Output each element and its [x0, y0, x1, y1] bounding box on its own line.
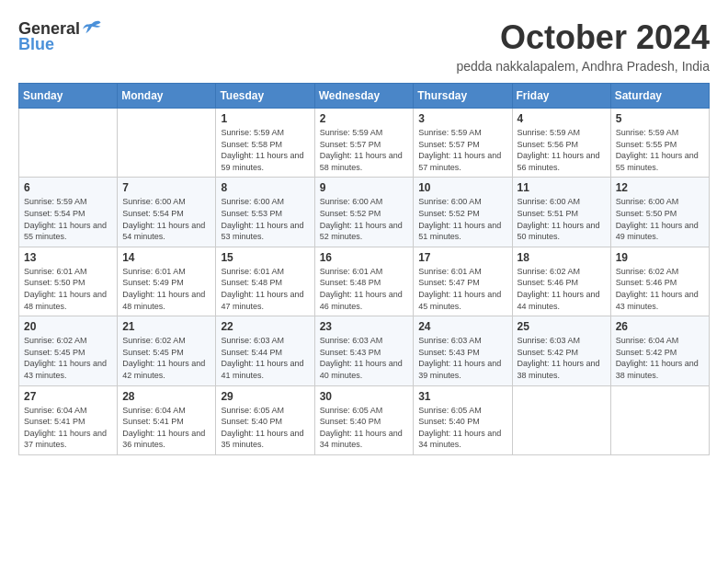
calendar-cell: 3Sunrise: 5:59 AM Sunset: 5:57 PM Daylig…	[414, 109, 512, 178]
calendar-cell: 10Sunrise: 6:00 AM Sunset: 5:52 PM Dayli…	[414, 178, 512, 247]
day-info: Sunrise: 6:01 AM Sunset: 5:47 PM Dayligh…	[418, 266, 506, 312]
day-info: Sunrise: 6:01 AM Sunset: 5:48 PM Dayligh…	[221, 266, 309, 312]
day-info: Sunrise: 6:03 AM Sunset: 5:43 PM Dayligh…	[320, 335, 409, 381]
logo-bird-icon	[82, 18, 102, 39]
day-info: Sunrise: 6:02 AM Sunset: 5:45 PM Dayligh…	[122, 335, 210, 381]
day-info: Sunrise: 6:04 AM Sunset: 5:41 PM Dayligh…	[24, 405, 112, 451]
calendar-day-header: Tuesday	[216, 84, 314, 109]
day-number: 8	[221, 181, 309, 194]
calendar-cell: 28Sunrise: 6:04 AM Sunset: 5:41 PM Dayli…	[118, 385, 216, 454]
calendar-cell: 30Sunrise: 6:05 AM Sunset: 5:40 PM Dayli…	[314, 385, 414, 454]
calendar-cell: 8Sunrise: 6:00 AM Sunset: 5:53 PM Daylig…	[216, 178, 314, 247]
calendar-cell: 26Sunrise: 6:04 AM Sunset: 5:42 PM Dayli…	[610, 316, 709, 385]
calendar-cell: 23Sunrise: 6:03 AM Sunset: 5:43 PM Dayli…	[314, 316, 414, 385]
day-number: 2	[320, 112, 409, 125]
calendar-cell: 11Sunrise: 6:00 AM Sunset: 5:51 PM Dayli…	[512, 178, 610, 247]
calendar-header-row: SundayMondayTuesdayWednesdayThursdayFrid…	[19, 84, 710, 109]
day-number: 27	[24, 390, 112, 403]
calendar-cell: 25Sunrise: 6:03 AM Sunset: 5:42 PM Dayli…	[512, 316, 610, 385]
day-number: 24	[418, 320, 506, 333]
day-info: Sunrise: 6:03 AM Sunset: 5:43 PM Dayligh…	[418, 335, 506, 381]
day-info: Sunrise: 6:01 AM Sunset: 5:48 PM Dayligh…	[320, 266, 409, 312]
calendar-cell	[19, 109, 118, 178]
day-number: 10	[418, 181, 506, 194]
day-info: Sunrise: 5:59 AM Sunset: 5:57 PM Dayligh…	[320, 127, 409, 173]
day-number: 1	[221, 112, 309, 125]
day-info: Sunrise: 6:05 AM Sunset: 5:40 PM Dayligh…	[418, 405, 506, 451]
calendar-day-header: Friday	[512, 84, 610, 109]
day-number: 19	[616, 251, 704, 264]
calendar-day-header: Monday	[118, 84, 216, 109]
calendar-cell: 6Sunrise: 5:59 AM Sunset: 5:54 PM Daylig…	[19, 178, 118, 247]
day-number: 12	[616, 181, 704, 194]
calendar-cell: 21Sunrise: 6:02 AM Sunset: 5:45 PM Dayli…	[118, 316, 216, 385]
day-info: Sunrise: 6:00 AM Sunset: 5:51 PM Dayligh…	[518, 196, 606, 242]
day-info: Sunrise: 6:03 AM Sunset: 5:42 PM Dayligh…	[518, 335, 606, 381]
location: pedda nakkalapalem, Andhra Pradesh, Indi…	[456, 59, 710, 74]
title-area: October 2024 pedda nakkalapalem, Andhra …	[456, 18, 710, 74]
calendar-day-header: Saturday	[610, 84, 709, 109]
day-number: 3	[418, 112, 506, 125]
calendar-week-row: 6Sunrise: 5:59 AM Sunset: 5:54 PM Daylig…	[19, 178, 710, 247]
day-number: 29	[221, 390, 309, 403]
calendar-cell: 20Sunrise: 6:02 AM Sunset: 5:45 PM Dayli…	[19, 316, 118, 385]
calendar-cell: 2Sunrise: 5:59 AM Sunset: 5:57 PM Daylig…	[314, 109, 414, 178]
calendar-cell: 19Sunrise: 6:02 AM Sunset: 5:46 PM Dayli…	[610, 247, 709, 316]
calendar-cell	[512, 385, 610, 454]
calendar-week-row: 20Sunrise: 6:02 AM Sunset: 5:45 PM Dayli…	[19, 316, 710, 385]
calendar-cell: 7Sunrise: 6:00 AM Sunset: 5:54 PM Daylig…	[118, 178, 216, 247]
day-number: 14	[122, 251, 210, 264]
day-info: Sunrise: 6:03 AM Sunset: 5:44 PM Dayligh…	[221, 335, 309, 381]
calendar-week-row: 27Sunrise: 6:04 AM Sunset: 5:41 PM Dayli…	[19, 385, 710, 454]
day-info: Sunrise: 6:00 AM Sunset: 5:52 PM Dayligh…	[320, 196, 409, 242]
calendar: SundayMondayTuesdayWednesdayThursdayFrid…	[18, 83, 710, 455]
day-info: Sunrise: 5:59 AM Sunset: 5:57 PM Dayligh…	[418, 127, 506, 173]
day-info: Sunrise: 5:59 AM Sunset: 5:55 PM Dayligh…	[616, 127, 704, 173]
day-number: 28	[122, 390, 210, 403]
calendar-cell: 4Sunrise: 5:59 AM Sunset: 5:56 PM Daylig…	[512, 109, 610, 178]
calendar-cell: 27Sunrise: 6:04 AM Sunset: 5:41 PM Dayli…	[19, 385, 118, 454]
day-number: 15	[221, 251, 309, 264]
day-info: Sunrise: 6:00 AM Sunset: 5:53 PM Dayligh…	[221, 196, 309, 242]
day-number: 20	[24, 320, 112, 333]
day-number: 23	[320, 320, 409, 333]
day-info: Sunrise: 6:01 AM Sunset: 5:49 PM Dayligh…	[122, 266, 210, 312]
calendar-cell: 29Sunrise: 6:05 AM Sunset: 5:40 PM Dayli…	[216, 385, 314, 454]
day-number: 5	[616, 112, 704, 125]
day-number: 30	[320, 390, 409, 403]
page-header: General Blue October 2024 pedda nakkalap…	[18, 18, 710, 74]
day-info: Sunrise: 6:04 AM Sunset: 5:41 PM Dayligh…	[122, 405, 210, 451]
calendar-cell: 13Sunrise: 6:01 AM Sunset: 5:50 PM Dayli…	[19, 247, 118, 316]
calendar-day-header: Thursday	[414, 84, 512, 109]
day-info: Sunrise: 6:01 AM Sunset: 5:50 PM Dayligh…	[24, 266, 112, 312]
day-number: 17	[418, 251, 506, 264]
day-number: 6	[24, 181, 112, 194]
calendar-week-row: 1Sunrise: 5:59 AM Sunset: 5:58 PM Daylig…	[19, 109, 710, 178]
day-number: 7	[122, 181, 210, 194]
calendar-cell: 16Sunrise: 6:01 AM Sunset: 5:48 PM Dayli…	[314, 247, 414, 316]
calendar-cell: 22Sunrise: 6:03 AM Sunset: 5:44 PM Dayli…	[216, 316, 314, 385]
day-info: Sunrise: 6:05 AM Sunset: 5:40 PM Dayligh…	[221, 405, 309, 451]
month-title: October 2024	[456, 18, 710, 57]
day-info: Sunrise: 6:02 AM Sunset: 5:46 PM Dayligh…	[518, 266, 606, 312]
day-number: 9	[320, 181, 409, 194]
day-info: Sunrise: 6:05 AM Sunset: 5:40 PM Dayligh…	[320, 405, 409, 451]
day-info: Sunrise: 6:00 AM Sunset: 5:52 PM Dayligh…	[418, 196, 506, 242]
day-info: Sunrise: 6:00 AM Sunset: 5:50 PM Dayligh…	[616, 196, 704, 242]
day-number: 16	[320, 251, 409, 264]
calendar-day-header: Wednesday	[314, 84, 414, 109]
calendar-cell: 18Sunrise: 6:02 AM Sunset: 5:46 PM Dayli…	[512, 247, 610, 316]
day-info: Sunrise: 6:04 AM Sunset: 5:42 PM Dayligh…	[616, 335, 704, 381]
calendar-week-row: 13Sunrise: 6:01 AM Sunset: 5:50 PM Dayli…	[19, 247, 710, 316]
calendar-cell: 1Sunrise: 5:59 AM Sunset: 5:58 PM Daylig…	[216, 109, 314, 178]
calendar-cell	[610, 385, 709, 454]
day-number: 21	[122, 320, 210, 333]
calendar-cell: 31Sunrise: 6:05 AM Sunset: 5:40 PM Dayli…	[414, 385, 512, 454]
day-number: 26	[616, 320, 704, 333]
calendar-cell: 14Sunrise: 6:01 AM Sunset: 5:49 PM Dayli…	[118, 247, 216, 316]
day-info: Sunrise: 6:00 AM Sunset: 5:54 PM Dayligh…	[122, 196, 210, 242]
day-number: 31	[418, 390, 506, 403]
day-info: Sunrise: 6:02 AM Sunset: 5:46 PM Dayligh…	[616, 266, 704, 312]
logo: General Blue	[18, 18, 102, 54]
calendar-cell: 15Sunrise: 6:01 AM Sunset: 5:48 PM Dayli…	[216, 247, 314, 316]
